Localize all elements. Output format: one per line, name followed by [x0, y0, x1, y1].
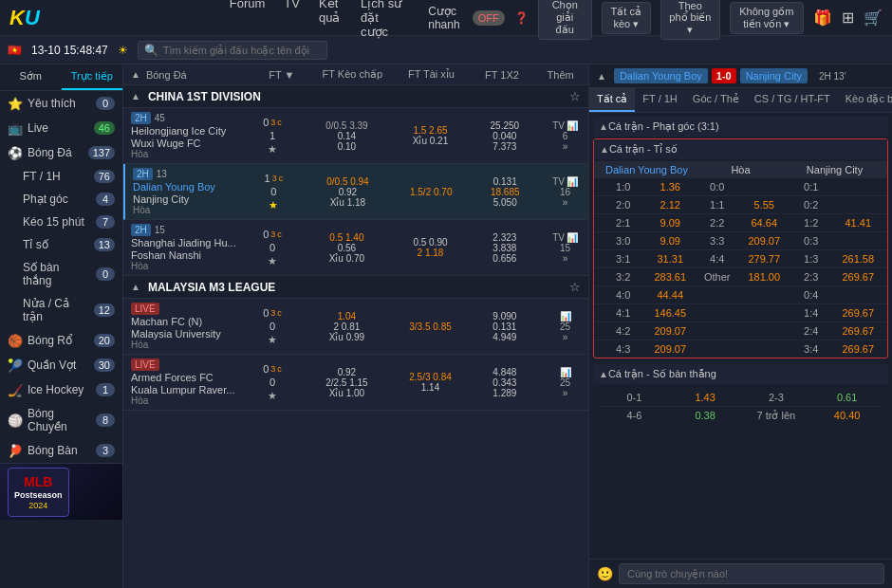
goals-odd1[interactable]: 1.43 — [670, 392, 741, 403]
league-star-icon[interactable]: ☆ — [569, 89, 581, 103]
tab-truc-tiep[interactable]: Trực tiếp — [62, 64, 123, 90]
arrow-collapse[interactable]: ▲ — [597, 71, 606, 82]
score-odd2[interactable]: 64.64 — [741, 217, 789, 229]
score-odd1[interactable]: 2.12 — [647, 199, 695, 211]
star-btn[interactable]: ★ — [268, 334, 277, 346]
match-them[interactable]: TV 📊 6 » — [542, 110, 588, 161]
match-tai[interactable]: 1.5 2.65 Xỉu 0.21 — [393, 110, 467, 161]
goals-odd1[interactable]: 0.38 — [670, 410, 741, 422]
khong-gom-btn[interactable]: Không gồm tiền vốn ▾ — [730, 2, 804, 34]
section-expand-icon[interactable]: ▲ — [600, 144, 609, 155]
goals-odd2[interactable]: 40.40 — [811, 410, 883, 422]
mlb-banner[interactable]: MLB Postseason 2024 — [0, 463, 122, 520]
match-keo[interactable]: 1.04 2 0.81 Xỉu 0.99 — [300, 301, 393, 352]
sidebar-item-phatgoc[interactable]: Phạt góc 4 — [0, 188, 122, 211]
toggle-off[interactable]: OFF — [473, 10, 505, 26]
sidebar-item-keo15[interactable]: Kéo 15 phút 7 — [0, 211, 122, 233]
tab-gocthe[interactable]: Góc / Thẻ — [685, 88, 747, 112]
score-odd1[interactable]: 209.07 — [647, 325, 695, 337]
match-them[interactable]: 📊 25 » — [542, 357, 588, 408]
search-box[interactable]: 🔍 — [138, 41, 327, 60]
sidebar-item-ft1h[interactable]: FT / 1H 76 — [0, 165, 122, 188]
score-odd2[interactable]: 279.77 — [741, 253, 789, 265]
sidebar-item-nuaca[interactable]: Nửa / Cả trận 12 — [0, 292, 122, 328]
match-1x2[interactable]: 25.250 0.040 7.373 — [468, 110, 542, 161]
match-tai[interactable]: 0.5 0.90 2 1.18 — [393, 222, 467, 273]
league-expand-icon[interactable]: ▲ — [131, 282, 140, 292]
select-league-btn[interactable]: Chọn giải đấu — [538, 0, 592, 40]
star-btn[interactable]: ★ — [269, 199, 278, 211]
match-keo[interactable]: 0/0.5 3.39 0.14 0.10 — [300, 110, 393, 161]
sidebar-item-bongda[interactable]: ⚽ Bóng Đá 137 — [0, 140, 122, 165]
score-odd1[interactable]: 9.09 — [647, 217, 695, 229]
match-them[interactable]: TV 📊 16 » — [542, 166, 588, 217]
tab-som[interactable]: Sớm — [0, 64, 62, 90]
gift-icon[interactable]: 🎁 — [813, 9, 832, 27]
league-expand-icon[interactable]: ▲ — [131, 91, 140, 101]
section-expand-icon[interactable]: ▲ — [599, 121, 608, 132]
chat-smile-icon[interactable]: 🙂 — [597, 566, 613, 581]
score-odd1[interactable]: 209.07 — [647, 343, 695, 355]
cart-icon[interactable]: 🛒 — [864, 9, 883, 27]
score-odd3[interactable]: 269.67 — [835, 325, 883, 337]
sidebar-item-bongchuyen[interactable]: 🏐 Bóng Chuyền 8 — [0, 402, 122, 438]
sort-arrow-left[interactable]: ▲ — [131, 69, 140, 80]
match-tai[interactable]: 3/3.5 0.85 — [393, 301, 467, 352]
chat-input[interactable] — [619, 563, 884, 584]
score-odd2[interactable]: 5.55 — [741, 199, 789, 211]
star-btn[interactable]: ★ — [268, 390, 277, 402]
star-btn[interactable]: ★ — [268, 255, 277, 267]
score-odd3[interactable]: 269.67 — [835, 343, 883, 355]
match-keo[interactable]: 0/0.5 0.94 0.92 Xỉu 1.18 — [302, 166, 395, 217]
logo[interactable]: KU — [9, 6, 40, 30]
score-odd1[interactable]: 1.36 — [647, 181, 695, 193]
nav-forum[interactable]: Forum — [230, 0, 266, 39]
sidebar-item-quanvot[interactable]: 🎾 Quần Vợt 30 — [0, 353, 122, 377]
match-1x2[interactable]: 2.323 3.838 0.656 — [468, 222, 542, 273]
match-them[interactable]: 📊 25 » — [542, 301, 588, 352]
match-tai[interactable]: 1.5/2 0.70 — [394, 166, 468, 217]
score-odd3[interactable]: 269.67 — [835, 307, 883, 319]
match-1x2[interactable]: 9.090 0.131 4.949 — [468, 301, 542, 352]
apps-icon[interactable]: ⊞ — [842, 9, 854, 27]
theo-pho-bien-btn[interactable]: Theo phổ biến ▾ — [660, 0, 720, 40]
match-1x2[interactable]: 4.848 0.343 1.289 — [468, 357, 542, 408]
score-odd1[interactable]: 146.45 — [647, 307, 695, 319]
match-1x2[interactable]: 0.131 18.685 5.050 — [468, 166, 542, 217]
search-input[interactable] — [163, 45, 321, 56]
help-icon[interactable]: ❓ — [514, 11, 529, 25]
sidebar-item-yeuthich[interactable]: ⭐ Yêu thích 0 — [0, 91, 122, 116]
tab-keodacbiet[interactable]: Kèo đặc biệt — [838, 88, 892, 112]
nav-history[interactable]: Lịch sử đặt cược — [361, 0, 409, 39]
score-odd2[interactable]: 181.00 — [741, 271, 789, 283]
match-keo[interactable]: 0.92 2/2.5 1.15 Xỉu 1.00 — [300, 357, 393, 408]
sidebar-item-tiso[interactable]: Tỉ số 13 — [0, 233, 122, 256]
nav-tv[interactable]: TV — [284, 0, 300, 39]
score-odd3[interactable]: 261.58 — [835, 253, 883, 265]
score-odd3[interactable]: 269.67 — [835, 271, 883, 283]
score-odd1[interactable]: 9.09 — [647, 235, 695, 247]
score-odd1[interactable]: 31.31 — [647, 253, 695, 265]
match-them[interactable]: TV 📊 15 » — [542, 222, 588, 273]
sidebar-item-bongro[interactable]: 🏀 Bóng Rổ 20 — [0, 328, 122, 353]
score-odd3[interactable]: 41.41 — [835, 217, 883, 229]
tab-tatca[interactable]: Tất cả — [589, 88, 635, 112]
goals-odd2[interactable]: 0.61 — [811, 392, 883, 403]
tab-cstg[interactable]: CS / TG / HT-FT — [747, 88, 838, 112]
section-expand-icon[interactable]: ▲ — [599, 369, 608, 379]
sidebar-item-bongban[interactable]: 🏓 Bóng Bàn 3 — [0, 438, 122, 463]
nav-ketqua[interactable]: Kết quả — [319, 0, 342, 39]
all-keo-btn[interactable]: Tất cả kèo ▾ — [602, 2, 651, 34]
sidebar-item-live[interactable]: 📺 Live 46 — [0, 116, 122, 140]
match-tai[interactable]: 2.5/3 0.84 1.14 — [393, 357, 467, 408]
league-star-icon[interactable]: ☆ — [569, 280, 581, 294]
score-odd1[interactable]: 44.44 — [647, 289, 695, 301]
match-keo[interactable]: 0.5 1.40 0.56 Xỉu 0.70 — [300, 222, 393, 273]
col-header-ft[interactable]: FT ▼ — [257, 69, 306, 81]
sidebar-item-sobanthang[interactable]: Số bàn thắng 0 — [0, 256, 122, 292]
sidebar-item-icehockey[interactable]: 🏒 Ice Hockey 1 — [0, 377, 122, 402]
score-odd1[interactable]: 283.61 — [647, 271, 695, 283]
score-odd2[interactable]: 209.07 — [741, 235, 789, 247]
tab-ft1h[interactable]: FT / 1H — [635, 88, 684, 112]
star-btn[interactable]: ★ — [268, 143, 277, 156]
